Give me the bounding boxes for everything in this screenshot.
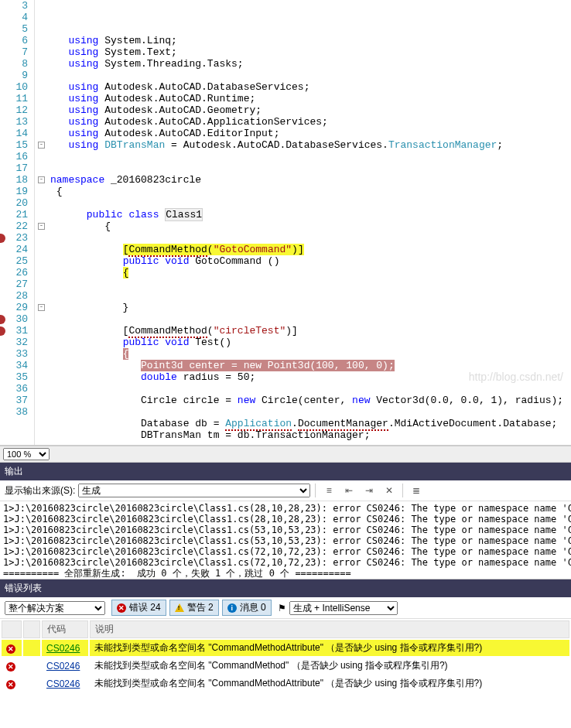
fold-margin[interactable]: ---- <box>35 0 50 445</box>
line-gutter: 3456789101112131415161718192021222324252… <box>0 0 35 445</box>
warnings-toggle[interactable]: 警告 2 <box>169 600 219 616</box>
fold-toggle[interactable]: - <box>38 304 45 311</box>
code-content[interactable]: http://blog.csdn.net/ using System.Linq;… <box>50 0 571 445</box>
separator <box>315 484 316 497</box>
col-icon[interactable] <box>2 620 22 638</box>
errors-toggle[interactable]: ✕错误 24 <box>111 600 166 616</box>
clear-icon[interactable]: ✕ <box>381 483 398 498</box>
fold-toggle[interactable]: - <box>38 142 45 149</box>
col-code[interactable]: 代码 <box>42 620 88 638</box>
errorlist-title: 错误列表 <box>0 579 571 597</box>
error-icon: ✕ <box>117 603 126 613</box>
wrap-icon[interactable]: ≣ <box>408 483 425 498</box>
watermark: http://blog.csdn.net/ <box>469 371 563 383</box>
separator <box>402 484 403 497</box>
output-title: 输出 <box>0 463 571 480</box>
error-table: 代码 说明 ✕CS0246未能找到类型或命名空间名 "CommandMethod… <box>0 619 571 693</box>
goto-next-icon[interactable]: ⇥ <box>361 483 378 498</box>
output-content[interactable]: 1>J:\20160823circle\20160823circle\Class… <box>0 501 571 579</box>
messages-toggle[interactable]: i消息 0 <box>222 600 272 616</box>
warning-icon <box>175 603 184 612</box>
mode-select[interactable]: 生成 + IntelliSense <box>289 601 398 615</box>
error-row[interactable]: ✕CS0246未能找到类型或命名空间名 "CommandMethodAttrib… <box>2 675 569 692</box>
error-row[interactable]: ✕CS0246未能找到类型或命名空间名 "CommandMethodAttrib… <box>2 640 569 656</box>
zoom-bar: 100 % <box>0 446 571 463</box>
col-blank[interactable] <box>23 620 40 638</box>
goto-prev-icon[interactable]: ⇤ <box>340 483 357 498</box>
filter-icon[interactable]: ⚑ <box>278 603 286 614</box>
code-editor[interactable]: 3456789101112131415161718192021222324252… <box>0 0 571 446</box>
output-source-select[interactable]: 生成 <box>78 484 310 497</box>
info-icon: i <box>227 603 237 613</box>
error-row[interactable]: ✕CS0246未能找到类型或命名空间名 "CommandMethod" （是否缺… <box>2 658 569 674</box>
zoom-select[interactable]: 100 % <box>3 448 50 460</box>
output-panel: 输出 显示输出来源(S): 生成 ≡ ⇤ ⇥ ✕ ≣ 1>J:\20160823… <box>0 463 571 579</box>
output-toolbar: 显示输出来源(S): 生成 ≡ ⇤ ⇥ ✕ ≣ <box>0 480 571 501</box>
errorlist-panel: 错误列表 整个解决方案 ✕错误 24 警告 2 i消息 0 ⚑ 生成 + Int… <box>0 579 571 693</box>
prev-icon[interactable]: ≡ <box>320 483 337 498</box>
fold-toggle[interactable]: - <box>38 223 45 230</box>
col-desc[interactable]: 说明 <box>90 620 569 638</box>
errorlist-toolbar: 整个解决方案 ✕错误 24 警告 2 i消息 0 ⚑ 生成 + IntelliS… <box>0 597 571 619</box>
output-source-label: 显示输出来源(S): <box>5 484 75 497</box>
scope-select[interactable]: 整个解决方案 <box>5 601 105 615</box>
fold-toggle[interactable]: - <box>38 176 45 183</box>
